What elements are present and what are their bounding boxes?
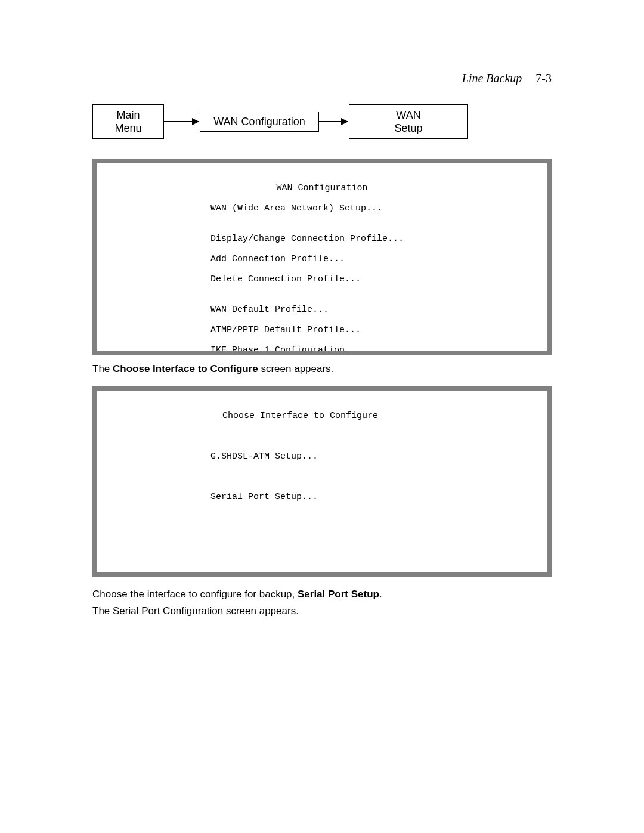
- menu-item: WAN (Wide Area Network) Setup...: [109, 203, 535, 213]
- menu-item: Serial Port Setup...: [109, 492, 535, 502]
- caption1-post: screen appears.: [258, 363, 334, 374]
- menu-item: Display/Change Connection Profile...: [109, 234, 535, 244]
- terminal-choose-interface: Choose Interface to Configure G.SHDSL-AT…: [92, 386, 552, 577]
- menu-item: Add Connection Profile...: [109, 254, 535, 264]
- terminal2-title: Choose Interface to Configure: [109, 411, 535, 421]
- flow-box-main-menu: Main Menu: [92, 104, 164, 139]
- menu-item: WAN Default Profile...: [109, 305, 535, 315]
- flow-main-line1: Main: [116, 109, 140, 121]
- terminal-wan-configuration: WAN Configuration WAN (Wide Area Network…: [92, 159, 552, 355]
- caption2-pre: Choose the interface to configure for ba…: [92, 589, 298, 600]
- navigation-flow-diagram: Main Menu WAN Configuration WAN Setup: [92, 104, 552, 146]
- caption2-post: .: [379, 589, 382, 600]
- blank-line: [109, 472, 535, 482]
- flow-main-line2: Menu: [114, 122, 141, 134]
- caption-serial-port-config: The Serial Port Configuration screen app…: [92, 603, 552, 619]
- caption2-bold: Serial Port Setup: [298, 589, 379, 600]
- flow-wan-config-label: WAN Configuration: [213, 115, 305, 128]
- page-header: Line Backup 7-3: [462, 72, 552, 85]
- terminal1-title: WAN Configuration: [109, 183, 535, 193]
- arrow-icon: [164, 121, 199, 122]
- caption-choose-interface: The Choose Interface to Configure screen…: [92, 361, 552, 377]
- menu-item: IKE Phase 1 Configuration...: [109, 345, 535, 355]
- caption1-pre: The: [92, 363, 113, 374]
- arrow-icon: [319, 121, 348, 122]
- flow-box-wan-setup: WAN Setup: [349, 104, 468, 139]
- menu-item: G.SHDSL-ATM Setup...: [109, 451, 535, 462]
- caption-serial-port-setup: Choose the interface to configure for ba…: [92, 587, 552, 602]
- flow-wan-setup-line2: Setup: [394, 122, 422, 134]
- blank-line: [109, 431, 535, 441]
- page: Line Backup 7-3 Main Menu WAN Configurat…: [0, 0, 644, 833]
- section-title: Line Backup: [462, 72, 522, 85]
- flow-wan-setup-line1: WAN: [396, 109, 420, 121]
- page-number: 7-3: [535, 72, 552, 85]
- flow-box-wan-configuration: WAN Configuration: [200, 112, 319, 132]
- caption1-bold: Choose Interface to Configure: [113, 363, 258, 374]
- menu-item: Delete Connection Profile...: [109, 274, 535, 284]
- menu-item: ATMP/PPTP Default Profile...: [109, 325, 535, 335]
